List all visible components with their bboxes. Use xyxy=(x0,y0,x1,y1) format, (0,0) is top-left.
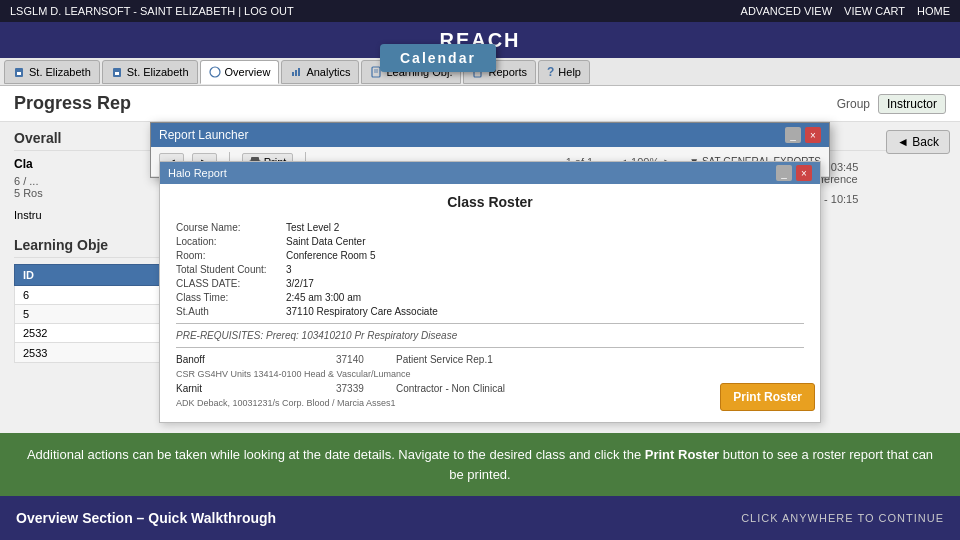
question-icon: ? xyxy=(547,65,554,79)
halo-divider-1 xyxy=(176,323,804,324)
class-date-row: CLASS DATE: 3/2/17 xyxy=(176,278,804,289)
halo-minimize-btn[interactable]: _ xyxy=(776,165,792,181)
svg-rect-7 xyxy=(292,72,294,76)
svg-point-6 xyxy=(210,67,220,77)
col-id: ID xyxy=(15,265,171,286)
halo-report-header: Halo Report _ × xyxy=(160,162,820,184)
building-icon xyxy=(13,66,25,78)
st-auth-value: 37110 Respiratory Care Associate xyxy=(286,306,804,317)
halo-controls: _ × xyxy=(776,165,812,181)
location-row: Location: Saint Data Center xyxy=(176,236,804,247)
chart-icon xyxy=(290,66,302,78)
cell-id: 6 xyxy=(15,286,171,305)
bottom-bar[interactable]: Overview Section – Quick Walkthrough CLI… xyxy=(0,496,960,540)
report-launcher: Report Launcher _ × ◄ ► Print 1 of 1 ◄ 1… xyxy=(150,122,830,178)
halo-title: Halo Report xyxy=(168,167,227,179)
progress-header-right: Group Instructor xyxy=(837,94,946,114)
class-date-label: CLASS DATE: xyxy=(176,278,286,289)
class-roster-title: Class Roster xyxy=(176,194,804,210)
svg-rect-8 xyxy=(295,70,297,76)
adk-text: ADK Deback, 10031231/s Corp. Blood / Mar… xyxy=(176,398,396,408)
room-value: Conference Room 5 xyxy=(286,250,804,261)
course-name-value: Test Level 2 xyxy=(286,222,804,233)
halo-close-btn[interactable]: × xyxy=(796,165,812,181)
tooltip-text-1: Additional actions can be taken while lo… xyxy=(27,447,645,462)
course-name-row: Course Name: Test Level 2 xyxy=(176,222,804,233)
tab-overview[interactable]: Overview xyxy=(200,60,280,84)
halo-divider-2 xyxy=(176,347,804,348)
adk-row: ADK Deback, 10031231/s Corp. Blood / Mar… xyxy=(176,398,804,408)
advanced-view-link[interactable]: ADVANCED VIEW xyxy=(741,5,832,17)
cell-id: 2532 xyxy=(15,324,171,343)
class-time-label: Class Time: xyxy=(176,292,286,303)
st-auth-label: St.Auth xyxy=(176,306,286,317)
tab-label-7: Help xyxy=(558,66,581,78)
student-name-1: Banoff xyxy=(176,354,336,365)
svg-rect-5 xyxy=(117,72,119,75)
student-role-1: Patient Service Rep.1 xyxy=(396,354,804,365)
header: REACH Calendar xyxy=(0,22,960,58)
student-id-1: 37140 xyxy=(336,354,396,365)
cell-id: 2533 xyxy=(15,343,171,363)
tooltip-overlay[interactable]: Additional actions can be taken while lo… xyxy=(0,433,960,496)
minimize-button[interactable]: _ xyxy=(785,127,801,143)
click-to-continue: CLICK ANYWHERE TO CONTINUE xyxy=(741,512,944,524)
report-launcher-header: Report Launcher _ × xyxy=(151,123,829,147)
close-button[interactable]: × xyxy=(805,127,821,143)
room-row: Room: Conference Room 5 xyxy=(176,250,804,261)
student-row-1: Banoff 37140 Patient Service Rep.1 xyxy=(176,354,804,365)
report-launcher-title: Report Launcher xyxy=(159,128,248,142)
class-date-value: 3/2/17 xyxy=(286,278,804,289)
tab-label: St. Elizabeth xyxy=(29,66,91,78)
csr-text: CSR GS4HV Units 13414-0100 Head & Vascul… xyxy=(176,369,410,379)
top-bar-right: ADVANCED VIEW VIEW CART HOME xyxy=(741,5,950,17)
home-link[interactable]: HOME xyxy=(917,5,950,17)
tab-label-4: Analytics xyxy=(306,66,350,78)
progress-title: Progress Rep xyxy=(14,93,131,114)
calendar-label: Calendar xyxy=(400,50,476,66)
prereq-label: PRE-REQUISITES: Prereq: 103410210 Pr Res… xyxy=(176,330,804,341)
location-value: Saint Data Center xyxy=(286,236,804,247)
view-cart-link[interactable]: VIEW CART xyxy=(844,5,905,17)
svg-rect-9 xyxy=(298,68,300,76)
calendar-popup[interactable]: Calendar xyxy=(380,44,496,72)
class-time-row: Class Time: 2:45 am 3:00 am xyxy=(176,292,804,303)
class-time-value: 2:45 am 3:00 am xyxy=(286,292,804,303)
student-count-value: 3 xyxy=(286,264,804,275)
back-button[interactable]: ◄ Back xyxy=(886,130,950,154)
svg-rect-2 xyxy=(19,72,21,75)
student-count-label: Total Student Count: xyxy=(176,264,286,275)
student-count-row: Total Student Count: 3 xyxy=(176,264,804,275)
student-id-2: 37339 xyxy=(336,383,396,394)
csr-row: CSR GS4HV Units 13414-0100 Head & Vascul… xyxy=(176,369,804,379)
location-label: Location: xyxy=(176,236,286,247)
svg-rect-1 xyxy=(17,72,19,75)
student-row-2: Karnit 37339 Contractor - Non Clinical xyxy=(176,383,804,394)
instructor-badge: Instructor xyxy=(878,94,946,114)
tab-help[interactable]: ? Help xyxy=(538,60,590,84)
progress-header: Progress Rep Group Instructor xyxy=(0,86,960,122)
tooltip-bold: Print Roster xyxy=(645,447,719,462)
svg-rect-4 xyxy=(115,72,117,75)
top-bar-left: LSGLM D. LEARNSOFT - SAINT ELIZABETH | L… xyxy=(10,5,294,17)
tab-st-elizabeth-2[interactable]: St. Elizabeth xyxy=(102,60,198,84)
tab-analytics[interactable]: Analytics xyxy=(281,60,359,84)
cell-id: 5 xyxy=(15,305,171,324)
tab-label-2: St. Elizabeth xyxy=(127,66,189,78)
course-name-label: Course Name: xyxy=(176,222,286,233)
building-icon-2 xyxy=(111,66,123,78)
print-roster-button[interactable]: Print Roster xyxy=(720,383,815,411)
tab-label-3: Overview xyxy=(225,66,271,78)
room-label: Room: xyxy=(176,250,286,261)
walkthrough-title: Overview Section – Quick Walkthrough xyxy=(16,510,276,526)
top-bar: LSGLM D. LEARNSOFT - SAINT ELIZABETH | L… xyxy=(0,0,960,22)
globe-icon xyxy=(209,66,221,78)
tab-st-elizabeth-1[interactable]: St. Elizabeth xyxy=(4,60,100,84)
window-controls: _ × xyxy=(785,127,821,143)
student-name-2: Karnit xyxy=(176,383,336,394)
top-bar-user-text: LSGLM D. LEARNSOFT - SAINT ELIZABETH | L… xyxy=(10,5,294,17)
group-label: Group xyxy=(837,97,870,111)
st-auth-row: St.Auth 37110 Respiratory Care Associate xyxy=(176,306,804,317)
